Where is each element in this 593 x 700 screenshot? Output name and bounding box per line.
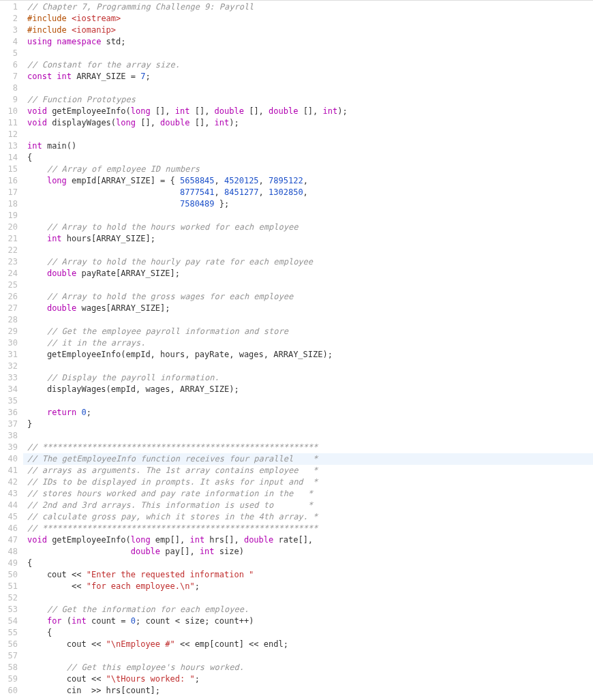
code-line[interactable]: // Chapter 7, Programming Challenge 9: P… <box>27 1 593 13</box>
code-line[interactable]: void displayWages(long [], double [], in… <box>27 117 593 129</box>
code-line[interactable]: void getEmployeeInfo(long [], int [], do… <box>27 106 593 117</box>
code-line[interactable]: #include <iomanip> <box>27 25 593 36</box>
line-number: 43 <box>0 488 23 500</box>
code-line[interactable] <box>27 210 593 222</box>
code-line[interactable] <box>27 361 593 372</box>
token-id: [], <box>244 106 269 116</box>
code-line[interactable] <box>27 129 593 140</box>
token-kw: long <box>47 176 67 185</box>
code-line[interactable]: getEmployeeInfo(empId, hours, payRate, w… <box>27 349 593 361</box>
code-line[interactable] <box>27 395 593 407</box>
token-id: ); <box>229 118 239 127</box>
code-line[interactable]: // IDs to be displayed in prompts. It as… <box>27 476 593 488</box>
code-line[interactable]: const int ARRAY_SIZE = 7; <box>27 71 593 82</box>
code-line[interactable]: int hours[ARRAY_SIZE]; <box>27 233 593 245</box>
line-number: 49 <box>0 558 23 569</box>
code-line[interactable]: // Constant for the array size. <box>27 59 593 71</box>
code-line[interactable] <box>27 650 593 662</box>
code-line[interactable] <box>27 314 593 326</box>
code-line[interactable]: using namespace std; <box>27 36 593 48</box>
code-line[interactable]: // Array to hold the gross wages for eac… <box>27 291 593 303</box>
token-kw: using <box>27 37 57 46</box>
token-id: getEmployeeInfo(empId, hours, payRate, w… <box>27 350 333 359</box>
token-str: "Enter the requested information " <box>87 570 254 579</box>
code-line[interactable] <box>27 245 593 256</box>
code-line[interactable]: { <box>27 152 593 164</box>
code-line[interactable]: double wages[ARRAY_SIZE]; <box>27 303 593 314</box>
code-line[interactable]: cout << "\nEmployee #" << emp[count] << … <box>27 639 593 650</box>
code-line[interactable]: << "for each employee.\n"; <box>27 581 593 592</box>
code-line[interactable]: // The getEmployeeInfo function receives… <box>23 453 593 465</box>
code-line[interactable]: { <box>27 627 593 639</box>
code-line[interactable]: return 0; <box>27 407 593 419</box>
code-line[interactable]: double pay[], int size) <box>27 546 593 558</box>
token-id <box>27 222 47 232</box>
code-line[interactable]: displayWages(empId, wages, ARRAY_SIZE); <box>27 384 593 395</box>
token-kw: namespace <box>57 37 101 46</box>
code-line[interactable]: double payRate[ARRAY_SIZE]; <box>27 268 593 279</box>
code-line[interactable]: long empId[ARRAY_SIZE] = { 5658845, 4520… <box>27 175 593 187</box>
token-id: , <box>259 187 269 197</box>
code-line[interactable]: int main() <box>27 140 593 152</box>
token-kw: int <box>323 106 338 116</box>
token-kw: int <box>175 106 190 116</box>
code-line[interactable]: // *************************************… <box>27 523 593 534</box>
token-num: 7580489 <box>180 199 215 209</box>
token-kw: double <box>244 535 273 545</box>
token-id: ); <box>337 106 347 116</box>
code-line[interactable]: for (int count = 0; count < size; count+… <box>27 615 593 627</box>
line-number: 52 <box>0 592 23 604</box>
line-number: 15 <box>0 164 23 175</box>
code-line[interactable]: // Get the employee payroll information … <box>27 326 593 337</box>
code-line[interactable]: 7580489 }; <box>27 198 593 210</box>
token-kw: return <box>47 408 76 417</box>
line-number: 57 <box>0 650 23 662</box>
code-line[interactable]: cin >> hrs[count]; <box>27 685 593 697</box>
token-kw: int <box>215 118 230 127</box>
token-id: [], <box>298 106 322 116</box>
token-id: , <box>259 176 269 185</box>
line-number: 48 <box>0 546 23 558</box>
code-editor[interactable]: 1234567891011121314151617181920212223242… <box>0 0 593 697</box>
code-line[interactable]: // Get this employee's hours worked. <box>27 662 593 673</box>
token-pp: #include <box>27 25 72 35</box>
code-line[interactable] <box>27 592 593 604</box>
token-kw: int <box>72 616 87 626</box>
code-line[interactable]: // Display the payroll information. <box>27 372 593 384</box>
token-id: payRate[ARRAY_SIZE]; <box>76 269 180 278</box>
token-id <box>27 408 47 417</box>
code-line[interactable]: { <box>27 558 593 569</box>
token-num: 1302850 <box>269 187 303 197</box>
code-area[interactable]: // Chapter 7, Programming Challenge 9: P… <box>23 1 593 697</box>
code-line[interactable]: // Array to hold the hourly pay rate for… <box>27 256 593 268</box>
code-line[interactable]: // it in the arrays. <box>27 337 593 349</box>
code-line[interactable] <box>27 48 593 59</box>
code-line[interactable]: cout << "Enter the requested information… <box>27 569 593 581</box>
token-kw: const <box>27 72 57 81</box>
code-line[interactable]: // calculate gross pay, which it stores … <box>27 511 593 523</box>
code-line[interactable]: // Get the information for each employee… <box>27 604 593 615</box>
line-number: 35 <box>0 395 23 407</box>
code-line[interactable]: } <box>27 419 593 430</box>
code-line[interactable]: // arrays as arguments. The 1st array co… <box>27 465 593 476</box>
token-id: hours[ARRAY_SIZE]; <box>62 234 155 243</box>
code-line[interactable] <box>27 279 593 291</box>
code-line[interactable]: // stores hours worked and pay rate info… <box>27 488 593 500</box>
code-line[interactable]: // *************************************… <box>27 442 593 453</box>
token-id: [], <box>151 106 175 116</box>
token-id: << emp[count] << endl; <box>175 639 288 649</box>
code-line[interactable]: cout << "\tHours worked: "; <box>27 673 593 685</box>
code-line[interactable]: #include <iostream> <box>27 13 593 25</box>
code-line[interactable]: // Array to hold the hours worked for ea… <box>27 222 593 233</box>
code-line[interactable]: void getEmployeeInfo(long emp[], int hrs… <box>27 534 593 546</box>
code-line[interactable] <box>27 82 593 94</box>
code-line[interactable] <box>27 430 593 442</box>
code-line[interactable]: 8777541, 8451277, 1302850, <box>27 187 593 198</box>
token-c: // Function Prototypes <box>27 95 136 104</box>
code-line[interactable]: // 2nd and 3rd arrays. This information … <box>27 500 593 511</box>
code-line[interactable]: // Function Prototypes <box>27 94 593 106</box>
code-line[interactable]: // Array of employee ID numbers <box>27 164 593 175</box>
token-id <box>27 605 47 614</box>
token-id: ; <box>195 674 200 684</box>
token-id: pay[], <box>160 547 200 556</box>
